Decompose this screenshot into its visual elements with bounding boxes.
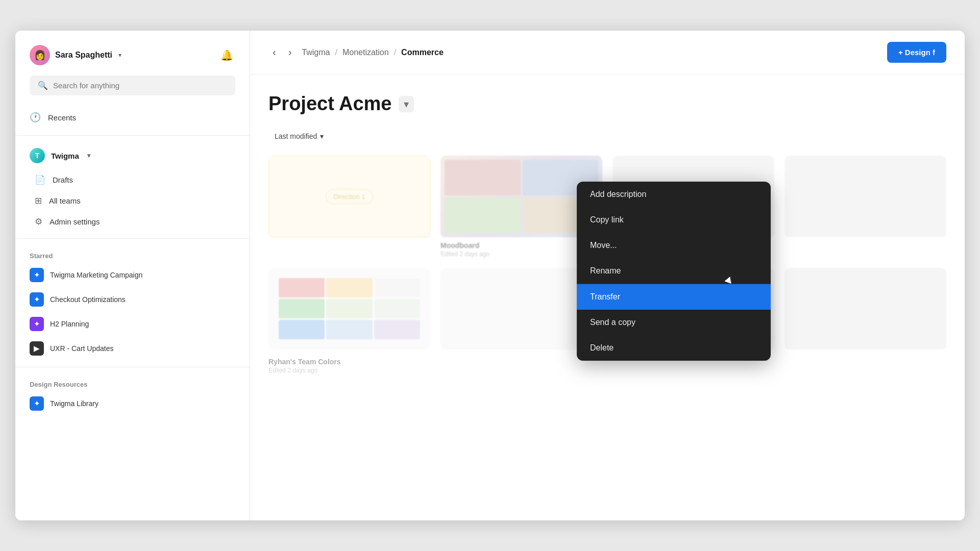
context-menu: Add description Copy link Move... Rename… [577, 182, 771, 361]
breadcrumb-commerce[interactable]: Commerce [401, 48, 444, 57]
uxr-cart-updates-icon: ▶ [30, 341, 44, 356]
all-teams-icon: ⊞ [35, 195, 42, 206]
h2-planning-label: H2 Planning [50, 320, 89, 328]
file-card-team-colors-bottom[interactable] [268, 268, 430, 354]
filter-last-modified[interactable]: Last modified ▾ [268, 129, 330, 143]
page-main: Project Acme ▾ Last modified ▾ Direction… [250, 74, 965, 520]
twigma-marketing-label: Twigma Marketing Campaign [50, 271, 142, 279]
thumb-cell-3 [445, 197, 521, 233]
recents-icon: 🕐 [30, 112, 41, 123]
design-resources-section-label: Design Resources [15, 373, 250, 391]
app-window: 👩 Sara Spaghetti ▾ 🔔 🔍 🕐 Recents T Twigm… [15, 31, 965, 520]
divider-3 [15, 367, 250, 367]
thumb-cell-1 [445, 160, 521, 195]
add-design-button[interactable]: + Design f [887, 42, 946, 63]
add-design-label: + Design f [898, 48, 935, 57]
starred-item-twigma-library[interactable]: ✦ Twigma Library [15, 391, 250, 416]
starred-item-checkout-optimizations[interactable]: ✦ Checkout Optimizations [15, 287, 250, 312]
user-name: Sara Spaghetti [55, 51, 112, 60]
twigma-library-icon: ✦ [30, 396, 44, 411]
nav-arrows: ‹ › [268, 44, 296, 60]
main-content: ‹ › Twigma / Monetization / Commerce + D… [250, 31, 965, 520]
menu-item-add-description[interactable]: Add description [577, 182, 771, 207]
sidebar-item-admin-settings[interactable]: ⚙ Admin settings [15, 211, 250, 232]
team-colors-name: Ryhan's Team Colors [268, 358, 430, 366]
recents-label: Recents [48, 113, 76, 122]
workspace-name: Twigma [51, 152, 79, 160]
back-button[interactable]: ‹ [268, 44, 280, 60]
breadcrumb-twigma[interactable]: Twigma [302, 48, 330, 57]
menu-item-delete[interactable]: Delete [577, 335, 771, 361]
file-thumb-bottom-4 [785, 268, 946, 349]
uxr-cart-updates-label: UXR - Cart Updates [50, 344, 113, 353]
filter-label: Last modified [275, 132, 317, 140]
search-icon: 🔍 [38, 81, 48, 90]
twigma-library-label: Twigma Library [50, 399, 99, 408]
checkout-optimizations-icon: ✦ [30, 292, 44, 307]
drafts-icon: 📄 [35, 174, 45, 185]
menu-item-rename[interactable]: Rename [577, 258, 771, 284]
search-bar[interactable]: 🔍 [30, 76, 235, 95]
starred-item-h2-planning[interactable]: ✦ H2 Planning [15, 312, 250, 336]
sidebar-item-recents[interactable]: 🕐 Recents [15, 106, 250, 129]
topbar: ‹ › Twigma / Monetization / Commerce + D… [250, 31, 965, 74]
all-teams-label: All teams [49, 196, 81, 205]
workspace-item[interactable]: T Twigma ▾ [15, 142, 250, 169]
workspace-icon: T [30, 148, 45, 163]
breadcrumb: Twigma / Monetization / Commerce [302, 48, 443, 57]
file-card-empty-2 [785, 156, 946, 258]
breadcrumb-sep-2: / [394, 48, 396, 57]
notifications-button[interactable]: 🔔 [218, 47, 235, 63]
project-menu-icon[interactable]: ▾ [399, 96, 414, 112]
file-card-bottom-4 [785, 268, 946, 354]
forward-button[interactable]: › [284, 44, 296, 60]
admin-settings-icon: ⚙ [35, 216, 42, 227]
file-thumb-direction: Direction 1 [268, 156, 430, 237]
admin-settings-label: Admin settings [50, 217, 100, 226]
filter-row: Last modified ▾ [268, 129, 946, 143]
starred-item-twigma-marketing[interactable]: ✦ Twigma Marketing Campaign [15, 263, 250, 287]
project-title-row: Project Acme ▾ [268, 93, 946, 115]
file-card-direction[interactable]: Direction 1 [268, 156, 430, 258]
search-input[interactable] [53, 81, 227, 90]
breadcrumb-sep-1: / [335, 48, 337, 57]
topbar-left: ‹ › Twigma / Monetization / Commerce [268, 44, 444, 60]
divider-2 [15, 238, 250, 239]
menu-item-copy-link[interactable]: Copy link [577, 207, 771, 233]
sidebar: 👩 Sara Spaghetti ▾ 🔔 🔍 🕐 Recents T Twigm… [15, 31, 250, 520]
menu-item-send-copy[interactable]: Send a copy [577, 310, 771, 335]
project-title: Project Acme [268, 93, 391, 115]
sidebar-item-drafts[interactable]: 📄 Drafts [15, 169, 250, 190]
file-thumb-team-colors-bottom [268, 268, 430, 349]
user-info[interactable]: 👩 Sara Spaghetti ▾ [30, 45, 121, 65]
sidebar-item-all-teams[interactable]: ⊞ All teams [15, 190, 250, 211]
avatar: 👩 [30, 45, 50, 65]
workspace-chevron-icon: ▾ [87, 152, 90, 159]
sidebar-header: 👩 Sara Spaghetti ▾ 🔔 [15, 31, 250, 76]
starred-section-label: Starred [15, 245, 250, 263]
chevron-down-icon: ▾ [118, 52, 121, 59]
h2-planning-icon: ✦ [30, 317, 44, 331]
breadcrumb-monetization[interactable]: Monetization [342, 48, 389, 57]
divider-1 [15, 135, 250, 136]
menu-item-transfer[interactable]: Transfer [577, 284, 771, 310]
file-thumb-empty-2 [785, 156, 946, 237]
drafts-label: Drafts [53, 176, 73, 184]
twigma-marketing-icon: ✦ [30, 268, 44, 282]
checkout-optimizations-label: Checkout Optimizations [50, 295, 126, 304]
menu-item-move[interactable]: Move... [577, 233, 771, 258]
starred-item-uxr-cart-updates[interactable]: ▶ UXR - Cart Updates [15, 336, 250, 361]
filter-chevron-icon: ▾ [320, 132, 324, 140]
team-colors-time: Edited 2 days ago [268, 367, 430, 374]
